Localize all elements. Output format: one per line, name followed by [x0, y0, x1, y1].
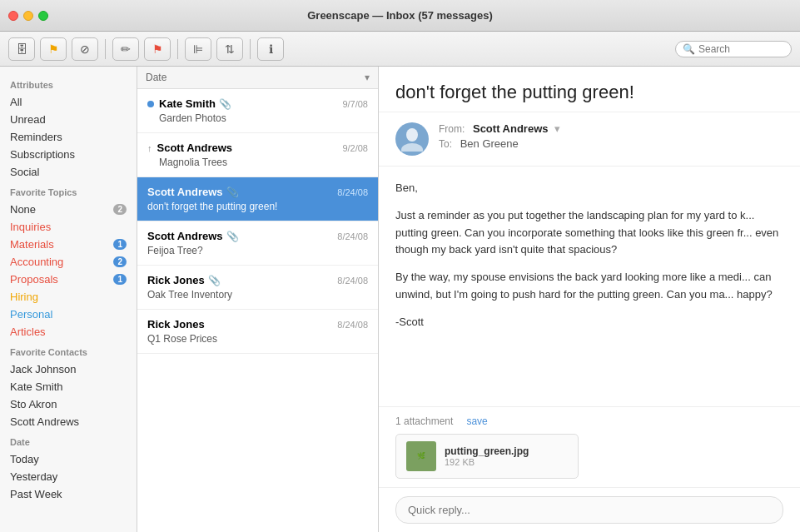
sidebar-item-jack-johnson[interactable]: Jack Johnson	[0, 360, 137, 378]
edit-button[interactable]: ✏	[112, 37, 139, 61]
message-item[interactable]: Rick Jones 8/24/08 Q1 Rose Prices	[137, 310, 378, 354]
sidebar-item-subscriptions[interactable]: Subscriptions	[0, 146, 137, 163]
message-item[interactable]: ↑ Scott Andrews 9/2/08 Magnolia Trees	[137, 133, 378, 177]
message-item-selected[interactable]: Scott Andrews 📎 8/24/08 don't forget the…	[137, 177, 378, 221]
sidebar-item-proposals[interactable]: Proposals 1	[0, 271, 137, 288]
quick-reply-area	[379, 487, 800, 532]
sidebar-item-social[interactable]: Social	[0, 163, 137, 181]
svg-point-0	[406, 128, 418, 142]
attachment-icon: 📎	[219, 98, 231, 110]
contacts-section-title: Favorite Contacts	[0, 341, 137, 360]
attachment-item[interactable]: 🌿 putting_green.jpg 192 KB	[395, 434, 579, 479]
separator-2	[177, 39, 178, 59]
sort-button[interactable]: ⇅	[216, 37, 243, 61]
email-meta: From: Scott Andrews ▾ To: Ben Greene	[379, 112, 800, 167]
svg-point-1	[401, 143, 423, 152]
search-icon: 🔍	[683, 43, 695, 55]
message-list: Date ▾ Kate Smith 📎 9/7/08 Garden Photos	[137, 67, 379, 532]
info-button[interactable]: ℹ	[257, 37, 284, 61]
attachment-icon: 📎	[208, 275, 221, 286]
maximize-button[interactable]	[38, 11, 48, 21]
message-subject: Garden Photos	[147, 112, 368, 124]
sort-label: Date	[146, 72, 166, 83]
sidebar-item-inquiries[interactable]: Inquiries	[0, 218, 137, 236]
message-items: Kate Smith 📎 9/7/08 Garden Photos ↑ Scot…	[137, 89, 378, 532]
sidebar-item-materials[interactable]: Materials 1	[0, 236, 137, 253]
separator-3	[250, 39, 251, 59]
window-title: Greenscape — Inbox (57 messages)	[307, 9, 493, 22]
close-button[interactable]	[8, 11, 18, 21]
minimize-button[interactable]	[23, 11, 33, 21]
email-subject: don't forget the putting green!	[379, 67, 800, 112]
attachment-thumbnail: 🌿	[406, 441, 436, 471]
sidebar-item-hiring[interactable]: Hiring	[0, 288, 137, 306]
attachment-filename: putting_green.jpg	[445, 445, 529, 457]
message-subject: Q1 Rose Prices	[147, 333, 368, 345]
avatar	[395, 122, 429, 156]
sidebar-item-yesterday[interactable]: Yesterday	[0, 468, 137, 485]
detail-pane: don't forget the putting green! From: Sc…	[379, 67, 800, 532]
attachment-count: 1 attachment	[395, 415, 453, 427]
sort-arrow-icon: ▾	[365, 72, 370, 83]
toolbar: 🗄 ⚑ ⊘ ✏ ⚑ ⊫ ⇅ ℹ 🔍	[0, 32, 800, 67]
save-attachment-link[interactable]: save	[466, 415, 487, 427]
attachments-section: 1 attachment save 🌿 putting_green.jpg 19…	[379, 406, 800, 487]
sidebar-item-today[interactable]: Today	[0, 450, 137, 468]
attachment-icon: 📎	[226, 186, 239, 198]
email-from: Scott Andrews	[473, 122, 549, 135]
sidebar-item-articles[interactable]: Articles	[0, 323, 137, 341]
unread-dot-icon	[147, 101, 154, 107]
message-subject: don't forget the putting green!	[147, 201, 368, 212]
archive-button[interactable]: 🗄	[8, 37, 35, 61]
from-dropdown-icon[interactable]: ▾	[554, 122, 560, 135]
message-item[interactable]: Scott Andrews 📎 8/24/08 Feijoa Tree?	[137, 221, 378, 266]
sidebar-item-accounting[interactable]: Accounting 2	[0, 253, 137, 271]
search-input[interactable]	[698, 43, 784, 55]
message-subject: Feijoa Tree?	[147, 245, 368, 256]
email-body: Ben, Just a reminder as you put together…	[379, 167, 800, 406]
separator-1	[105, 39, 106, 59]
message-subject: Oak Tree Inventory	[147, 289, 368, 301]
sidebar-item-personal[interactable]: Personal	[0, 306, 137, 323]
delete-button[interactable]: ⊘	[72, 37, 98, 61]
quick-reply-input[interactable]	[395, 496, 783, 524]
message-item[interactable]: Rick Jones 📎 8/24/08 Oak Tree Inventory	[137, 266, 378, 310]
email-to: Ben Greene	[460, 137, 519, 150]
list-header: Date ▾	[137, 67, 378, 89]
search-box: 🔍	[675, 41, 792, 57]
main-layout: Attributes All Unread Reminders Subscrip…	[0, 67, 800, 532]
topics-section-title: Favorite Topics	[0, 181, 137, 201]
replied-icon: ↑	[147, 143, 152, 153]
titlebar: Greenscape — Inbox (57 messages)	[0, 0, 800, 32]
attachment-filesize: 192 KB	[445, 457, 529, 467]
message-subject: Magnolia Trees	[147, 157, 368, 168]
filter-button[interactable]: ⊫	[185, 37, 211, 61]
attachment-icon: 📎	[226, 231, 239, 242]
window-controls	[8, 11, 48, 21]
sidebar-item-all[interactable]: All	[0, 93, 137, 111]
sidebar-item-past-week[interactable]: Past Week	[0, 485, 137, 503]
date-section-title: Date	[0, 430, 137, 450]
sidebar-item-kate-smith[interactable]: Kate Smith	[0, 378, 137, 395]
message-item[interactable]: Kate Smith 📎 9/7/08 Garden Photos	[137, 89, 378, 133]
flag-yellow-button[interactable]: ⚑	[40, 37, 67, 61]
sidebar-item-none[interactable]: None 2	[0, 201, 137, 218]
attributes-section-title: Attributes	[0, 73, 137, 93]
sidebar-item-unread[interactable]: Unread	[0, 111, 137, 128]
sidebar-item-reminders[interactable]: Reminders	[0, 128, 137, 146]
sidebar-item-scott-andrews[interactable]: Scott Andrews	[0, 413, 137, 430]
flag-red-button[interactable]: ⚑	[144, 37, 171, 61]
sidebar-item-sto-akron[interactable]: Sto Akron	[0, 395, 137, 413]
sidebar: Attributes All Unread Reminders Subscrip…	[0, 67, 137, 532]
